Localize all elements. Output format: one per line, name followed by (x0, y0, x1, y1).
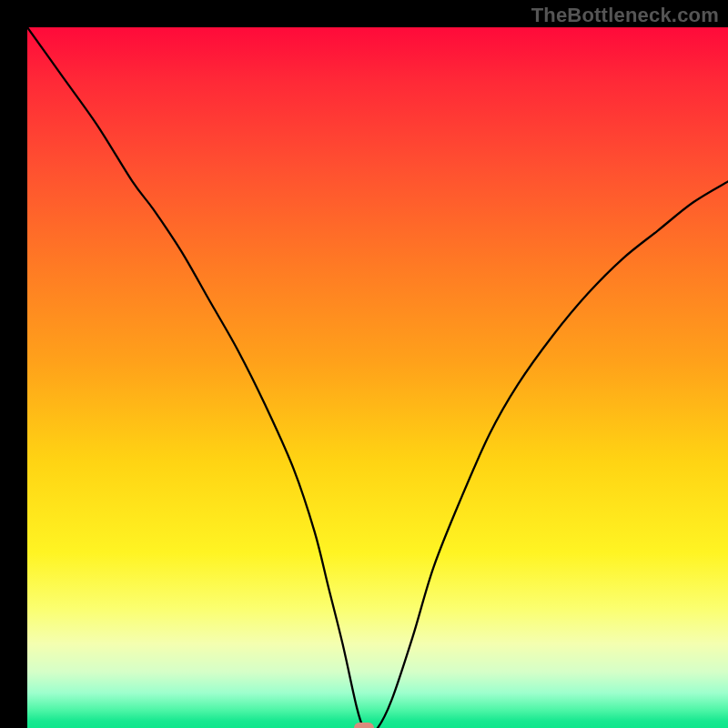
curve-layer (27, 27, 728, 728)
plot-area (27, 27, 728, 728)
optimal-marker (354, 723, 374, 728)
bottleneck-curve (27, 27, 728, 728)
watermark-text: TheBottleneck.com (531, 4, 719, 27)
chart-frame: TheBottleneck.com (0, 0, 728, 728)
